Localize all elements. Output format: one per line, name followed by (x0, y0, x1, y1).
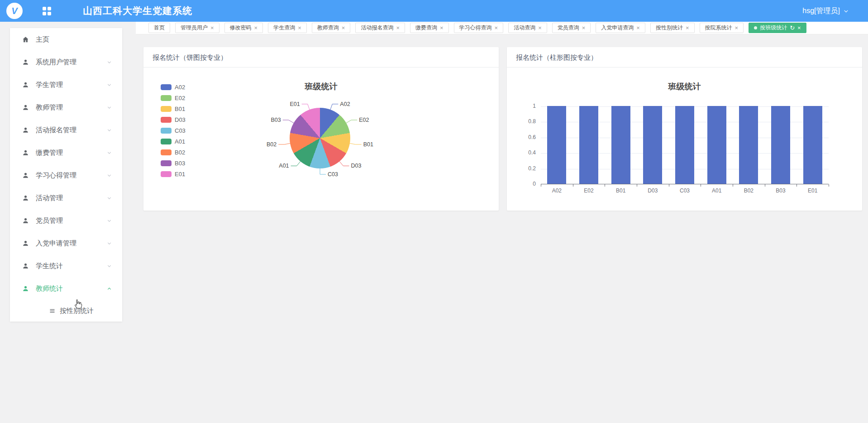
bar-card-title: 报名统计（柱形图按专业） (507, 47, 862, 67)
bar (579, 106, 598, 184)
sidebar-item[interactable]: 学习心得管理 (10, 164, 122, 187)
legend-item[interactable]: E01 (161, 168, 186, 179)
app-header: V 山西工科大学生党建系统 hsg[管理员] (0, 0, 868, 22)
sidebar-item[interactable]: 缴费管理 (10, 141, 122, 164)
tab-close-icon[interactable]: × (254, 25, 258, 31)
tab-close-icon[interactable]: × (396, 25, 400, 31)
axis-tick (701, 184, 701, 187)
user-icon (22, 172, 29, 179)
tab-label: 按院系统计 (705, 24, 732, 32)
legend-item[interactable]: B01 (161, 103, 186, 114)
tab-close-icon[interactable]: × (797, 25, 801, 31)
pie (290, 108, 350, 168)
tab[interactable]: 按班级统计↻× (749, 23, 806, 33)
tab-refresh-icon[interactable]: ↻ (790, 25, 795, 31)
pie-label: C03 (328, 171, 338, 178)
sidebar-item-label: 入党申请管理 (36, 239, 76, 248)
x-axis-label: A02 (541, 187, 573, 194)
sidebar-subitem[interactable]: 按性别统计 (10, 300, 122, 322)
app-logo-icon[interactable]: V (6, 3, 23, 19)
sidebar-item-label: 教师管理 (36, 103, 63, 112)
tab[interactable]: 学生查询× (268, 23, 307, 33)
tab[interactable]: 教师查询× (312, 23, 351, 33)
tab[interactable]: 活动查询× (508, 23, 547, 33)
x-axis-labels: A02E02B01D03C03A01B02B03E01 (541, 187, 829, 194)
pie-label: E01 (290, 101, 300, 108)
tab-close-icon[interactable]: × (735, 25, 739, 31)
sidebar-item[interactable]: 活动报名管理 (10, 119, 122, 141)
sidebar-item[interactable]: 主页 (10, 28, 122, 51)
tab[interactable]: 按院系统计× (700, 23, 744, 33)
bar-cell (796, 106, 829, 184)
grid-square (43, 7, 46, 10)
axis-tick (765, 184, 765, 187)
tab-label: 按性别统计 (656, 24, 683, 32)
sidebar-item[interactable]: 学生管理 (10, 73, 122, 96)
bar (611, 106, 630, 184)
bar-cell (541, 106, 573, 184)
legend-item[interactable]: A01 (161, 136, 186, 147)
legend-item[interactable]: D03 (161, 114, 186, 125)
axis-tick (605, 184, 605, 187)
sidebar-item[interactable]: 教师管理 (10, 96, 122, 119)
tab-close-icon[interactable]: × (686, 25, 689, 31)
bar (643, 106, 662, 184)
y-axis-label: 0.6 (507, 134, 536, 140)
tab[interactable]: 修改密码× (224, 23, 263, 33)
pie-legend: A02E02B01D03C03A01B02B03E01 (161, 82, 186, 179)
chevron-down-icon (106, 150, 112, 156)
tab-close-icon[interactable]: × (636, 25, 640, 31)
tab-close-icon[interactable]: × (495, 25, 498, 31)
tab-close-icon[interactable]: × (298, 25, 301, 31)
tab[interactable]: 入党申请查询× (596, 23, 645, 33)
tab[interactable]: 党员查询× (552, 23, 591, 33)
user-icon (22, 126, 29, 134)
legend-swatch (161, 149, 172, 155)
tab-label: 首页 (154, 24, 165, 32)
sidebar-item[interactable]: 系统用户管理 (10, 51, 122, 73)
app-title: 山西工科大学生党建系统 (83, 5, 192, 17)
sidebar-item[interactable]: 教师统计 (10, 277, 122, 300)
chevron-down-icon (106, 173, 112, 178)
bar-cell (701, 106, 733, 184)
bars (541, 106, 829, 184)
legend-item[interactable]: B02 (161, 147, 186, 158)
tab[interactable]: 活动报名查询× (355, 23, 405, 33)
sidebar-item[interactable]: 党员管理 (10, 209, 122, 232)
legend-swatch (161, 160, 172, 166)
sidebar-item[interactable]: 入党申请管理 (10, 232, 122, 255)
logo-letter: V (11, 6, 17, 16)
tab[interactable]: 按性别统计× (650, 23, 695, 33)
pie-label: A01 (279, 162, 289, 169)
sidebar-item-label: 党员管理 (36, 216, 63, 225)
tab-close-icon[interactable]: × (582, 25, 586, 31)
tab-close-icon[interactable]: × (342, 25, 345, 31)
bar (675, 106, 694, 184)
sidebar-menu: 主页系统用户管理学生管理教师管理活动报名管理缴费管理学习心得管理活动管理党员管理… (10, 28, 122, 322)
list-icon (49, 308, 56, 314)
tab[interactable]: 管理员用户× (175, 23, 219, 33)
legend-item[interactable]: A02 (161, 82, 186, 92)
tab-close-icon[interactable]: × (440, 25, 444, 31)
tab-label: 党员查询 (558, 24, 579, 32)
chevron-down-icon (106, 263, 112, 269)
user-icon (22, 149, 29, 157)
tab[interactable]: 缴费查询× (410, 23, 449, 33)
y-axis-label: 0.2 (507, 165, 536, 172)
sidebar-item[interactable]: 活动管理 (10, 187, 122, 209)
chevron-down-icon (106, 127, 112, 133)
tab[interactable]: 学习心得查询× (454, 23, 504, 33)
y-axis-label: 0 (507, 181, 536, 187)
tab[interactable]: 首页 (148, 23, 170, 33)
user-menu[interactable]: hsg[管理员] (802, 0, 849, 22)
tab-close-icon[interactable]: × (210, 25, 214, 31)
apps-grid-icon[interactable] (43, 7, 51, 15)
tab-close-icon[interactable]: × (538, 25, 542, 31)
legend-item[interactable]: B03 (161, 158, 186, 168)
legend-label: E01 (175, 171, 185, 178)
axis-tick (669, 184, 669, 187)
legend-item[interactable]: E02 (161, 92, 186, 103)
pie-label: B02 (267, 141, 277, 148)
sidebar-item[interactable]: 学生统计 (10, 255, 122, 277)
legend-item[interactable]: C03 (161, 125, 186, 136)
